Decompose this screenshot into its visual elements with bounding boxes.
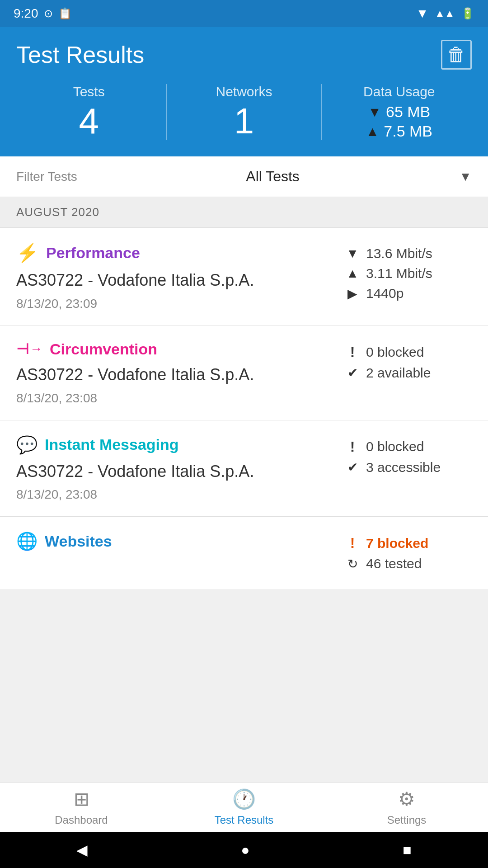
metric-video: ▶ 1440p [345, 286, 404, 301]
battery-icon: 🔋 [461, 7, 474, 20]
tests-value: 4 [16, 103, 161, 139]
exclamation-icon-websites: ! [345, 535, 360, 552]
networks-value: 1 [171, 103, 316, 139]
metric-available-value: 2 available [366, 365, 431, 381]
metric-download: ▼ 13.6 Mbit/s [345, 246, 432, 261]
test-item-performance[interactable]: ⚡ Performance AS30722 - Vodafone Italia … [0, 228, 488, 326]
test-right-performance: ▼ 13.6 Mbit/s ▲ 3.11 Mbit/s ▶ 1440p [345, 242, 472, 301]
test-item-websites[interactable]: 🌐 Websites ! 7 blocked ↻ 46 tested [0, 517, 488, 590]
test-right-im: ! 0 blocked ✔ 3 accessible [345, 435, 472, 475]
data-usage-values: ▼ 65 MB ▲ 7.5 MB [327, 103, 472, 140]
check-icon-circumvention: ✔ [345, 365, 360, 380]
test-results-nav-label: Test Results [215, 814, 274, 826]
data-usage-label: Data Usage [327, 84, 472, 99]
app-bar: Test Results 🗑 Tests 4 Networks 1 Data U… [0, 27, 488, 156]
page-title: Test Results [16, 41, 144, 68]
filter-row[interactable]: Filter Tests All Tests ▼ [0, 156, 488, 197]
metric-available-circumvention: ✔ 2 available [345, 365, 431, 381]
wifi-icon: ▼ [416, 6, 429, 21]
im-date: 8/13/20, 23:08 [16, 487, 336, 502]
circumvention-date: 8/13/20, 23:08 [16, 391, 336, 406]
metric-accessible-im: ✔ 3 accessible [345, 460, 441, 475]
metric-upload: ▲ 3.11 Mbit/s [345, 266, 432, 281]
metric-blocked-im-value: 0 blocked [366, 439, 424, 454]
circumvention-network: AS30722 - Vodafone Italia S.p.A. [16, 364, 336, 386]
download-arrow-icon: ▼ [345, 246, 360, 261]
dashboard-icon: ⊞ [74, 788, 89, 810]
exclamation-icon-circumvention: ! [345, 344, 360, 361]
divider-1 [166, 84, 167, 140]
performance-icon: ⚡ [16, 242, 39, 264]
system-nav-bar: ◀ ● ■ [0, 832, 488, 868]
networks-label: Networks [171, 84, 316, 99]
status-bar: 9:20 ⊙ 📋 ▼ ▲▲ 🔋 [0, 0, 488, 27]
nav-item-dashboard[interactable]: ⊞ Dashboard [0, 783, 163, 832]
filter-label: Filter Tests [16, 170, 77, 184]
upload-row: ▲ 7.5 MB [327, 123, 472, 140]
delete-button[interactable]: 🗑 [441, 40, 472, 70]
chevron-down-icon: ▼ [459, 170, 472, 184]
metric-blocked-websites-value: 7 blocked [366, 536, 428, 551]
performance-network: AS30722 - Vodafone Italia S.p.A. [16, 270, 336, 291]
status-left: 9:20 ⊙ 📋 [14, 6, 72, 21]
test-left-im: 💬 Instant Messaging AS30722 - Vodafone I… [16, 435, 345, 502]
test-item-im[interactable]: 💬 Instant Messaging AS30722 - Vodafone I… [0, 420, 488, 517]
recent-button[interactable]: ■ [403, 842, 411, 859]
check-icon-im: ✔ [345, 460, 360, 475]
stats-row: Tests 4 Networks 1 Data Usage ▼ 65 MB ▲ … [16, 84, 472, 140]
time-display: 9:20 [14, 6, 38, 21]
metric-download-value: 13.6 Mbit/s [366, 246, 432, 261]
type-row-websites: 🌐 Websites [16, 531, 336, 551]
type-row-performance: ⚡ Performance [16, 242, 336, 264]
im-label: Instant Messaging [45, 436, 179, 453]
dashboard-nav-label: Dashboard [55, 814, 108, 826]
test-item-circumvention[interactable]: ⊣ → Circumvention AS30722 - Vodafone Ita… [0, 326, 488, 420]
metric-accessible-value: 3 accessible [366, 460, 441, 475]
refresh-icon-websites: ↻ [345, 557, 360, 571]
video-icon: ▶ [345, 286, 360, 301]
test-left-circumvention: ⊣ → Circumvention AS30722 - Vodafone Ita… [16, 340, 345, 406]
section-header-august: AUGUST 2020 [0, 197, 488, 228]
clipboard-icon: 📋 [58, 7, 72, 20]
home-button[interactable]: ● [241, 842, 249, 859]
im-icon: 💬 [16, 435, 38, 455]
stat-networks: Networks 1 [171, 84, 316, 140]
divider-2 [321, 84, 322, 140]
stat-tests: Tests 4 [16, 84, 161, 140]
upload-arrow-icon: ▲ [345, 266, 360, 281]
metric-upload-value: 3.11 Mbit/s [366, 266, 432, 281]
settings-nav-label: Settings [387, 814, 427, 826]
metric-tested-value: 46 tested [366, 556, 422, 571]
upload-value: 7.5 MB [384, 123, 432, 140]
stat-data-usage: Data Usage ▼ 65 MB ▲ 7.5 MB [327, 84, 472, 140]
download-value: 65 MB [386, 103, 430, 121]
metric-blocked-websites: ! 7 blocked [345, 535, 428, 552]
type-row-circumvention: ⊣ → Circumvention [16, 340, 336, 358]
im-network: AS30722 - Vodafone Italia S.p.A. [16, 461, 336, 482]
settings-icon: ⚙ [398, 788, 415, 810]
performance-date: 8/13/20, 23:09 [16, 297, 336, 311]
sim-icon: ⊙ [44, 7, 53, 20]
test-results-icon: 🕐 [232, 788, 256, 810]
content-area: AUGUST 2020 ⚡ Performance AS30722 - Voda… [0, 197, 488, 680]
metric-tested-websites: ↻ 46 tested [345, 556, 422, 571]
test-left-websites: 🌐 Websites [16, 531, 345, 557]
metric-blocked-value: 0 blocked [366, 344, 424, 360]
filter-value: All Tests [86, 168, 459, 185]
nav-item-settings[interactable]: ⚙ Settings [325, 783, 488, 832]
tests-label: Tests [16, 84, 161, 99]
bottom-nav: ⊞ Dashboard 🕐 Test Results ⚙ Settings [0, 782, 488, 832]
back-button[interactable]: ◀ [76, 841, 88, 859]
download-row: ▼ 65 MB [327, 103, 472, 121]
signal-icon: ▲▲ [435, 8, 455, 19]
performance-label: Performance [46, 244, 140, 262]
nav-item-test-results[interactable]: 🕐 Test Results [163, 783, 325, 832]
test-right-circumvention: ! 0 blocked ✔ 2 available [345, 340, 472, 381]
metric-blocked-circumvention: ! 0 blocked [345, 344, 424, 361]
type-row-im: 💬 Instant Messaging [16, 435, 336, 455]
test-right-websites: ! 7 blocked ↻ 46 tested [345, 531, 472, 571]
metric-video-value: 1440p [366, 286, 404, 301]
circumvention-icon: ⊣ → [16, 340, 42, 358]
websites-label: Websites [45, 533, 112, 550]
status-right: ▼ ▲▲ 🔋 [416, 6, 474, 21]
